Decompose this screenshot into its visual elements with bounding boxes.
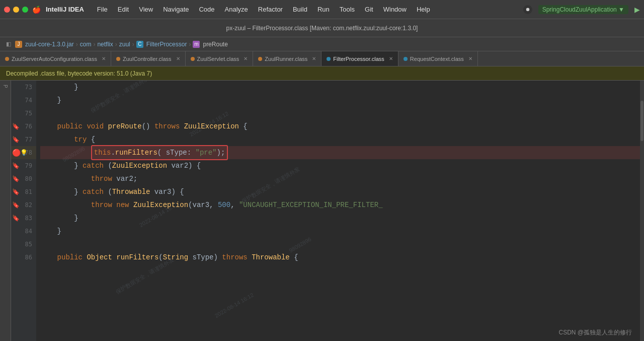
tabs-bar: ZuulServerAutoConfiguration.class ✕ Zuul… bbox=[0, 51, 644, 66]
breadcrumb-zuul[interactable]: zuul bbox=[119, 41, 130, 48]
record-icon[interactable]: ⏺ bbox=[523, 5, 532, 14]
line-79: 🔖 79 bbox=[11, 159, 36, 172]
menu-code[interactable]: Code bbox=[194, 4, 219, 15]
line-73: 73 bbox=[11, 81, 36, 94]
line-86: 86 bbox=[11, 251, 36, 264]
tab-dot-icon bbox=[404, 57, 408, 61]
maximize-button[interactable] bbox=[22, 7, 28, 13]
line-75: 75 bbox=[11, 107, 36, 120]
tab-close-icon[interactable]: ✕ bbox=[102, 56, 106, 61]
tab-close-icon[interactable]: ✕ bbox=[244, 56, 248, 61]
tab-zuulservlet[interactable]: ZuulServlet.class ✕ bbox=[186, 51, 254, 66]
tab-label: ZuulRunner.class bbox=[265, 56, 307, 62]
tab-label: FilterProcessor.class bbox=[333, 56, 384, 62]
line-85: 85 bbox=[11, 238, 36, 251]
menu-build[interactable]: Build bbox=[288, 4, 312, 15]
tab-dot-icon bbox=[191, 57, 195, 61]
line-83: 🔖 83 bbox=[11, 212, 36, 225]
menu-run[interactable]: Run bbox=[312, 4, 335, 15]
project-icon: ◧ bbox=[6, 41, 11, 47]
breadcrumb: ◧ J zuul-core-1.3.0.jar › com › netflix … bbox=[0, 37, 644, 51]
menu-git[interactable]: Git bbox=[360, 4, 378, 15]
tab-zuulrunner[interactable]: ZuulRunner.class ✕ bbox=[253, 51, 321, 66]
left-sidebar: P bbox=[0, 81, 11, 341]
line-84: 84 bbox=[11, 225, 36, 238]
run-config-dropdown[interactable]: SpringCloudZuulApplication ▼ bbox=[538, 5, 628, 14]
editor: P 73 74 75 🔖 76 🔖 77 🔴 💡 78 🔖 79 🔖 80 bbox=[0, 81, 644, 341]
code-line-77: try { bbox=[40, 133, 640, 146]
project-sidebar-icon[interactable]: P bbox=[3, 85, 8, 88]
code-line-82: throw new ZuulException(var3, 500, "UNCA… bbox=[40, 198, 640, 212]
run-button[interactable]: ▶ bbox=[634, 6, 640, 14]
breadcrumb-jar[interactable]: zuul-core-1.3.0.jar bbox=[25, 41, 74, 48]
tab-label: ZuulServlet.class bbox=[197, 56, 239, 62]
code-line-81: } catch (Throwable var3) { bbox=[40, 185, 640, 198]
code-line-76: public void preRoute() throws ZuulExcept… bbox=[40, 120, 640, 133]
breadcrumb-netflix[interactable]: netflix bbox=[97, 41, 113, 48]
warning-icon: 💡 bbox=[20, 149, 28, 156]
code-line-78: this.runFilters( sType: "pre"); bbox=[40, 146, 640, 159]
bookmark-icon: 🔖 bbox=[12, 123, 20, 130]
bookmark-icon: 🔖 bbox=[12, 175, 20, 182]
breadcrumb-class[interactable]: FilterProcessor bbox=[146, 41, 187, 48]
line-gutter: 73 74 75 🔖 76 🔖 77 🔴 💡 78 🔖 79 🔖 80 🔖 bbox=[11, 81, 36, 341]
scrollbar-thumb[interactable] bbox=[640, 101, 643, 141]
code-line-85 bbox=[40, 238, 640, 251]
code-lines: } } public void preRoute() throws ZuulEx… bbox=[40, 81, 640, 264]
apple-icon[interactable]: 🍎 bbox=[32, 6, 41, 14]
minimize-button[interactable] bbox=[13, 7, 19, 13]
bookmark-icon: 🔖 bbox=[12, 162, 20, 169]
tab-close-icon[interactable]: ✕ bbox=[312, 56, 316, 61]
line-77: 🔖 77 bbox=[11, 133, 36, 146]
tab-close-icon[interactable]: ✕ bbox=[176, 56, 180, 61]
menu-tools[interactable]: Tools bbox=[335, 4, 360, 15]
tab-label: ZuulServerAutoConfiguration.class bbox=[12, 56, 97, 62]
line-76: 🔖 76 bbox=[11, 120, 36, 133]
notification-text: Decompiled .class file, bytecode version… bbox=[6, 70, 152, 77]
code-line-79: } catch (ZuulException var2) { bbox=[40, 159, 640, 172]
line-78: 🔴 💡 78 bbox=[11, 146, 36, 159]
code-line-74: } bbox=[40, 94, 640, 107]
menu-help[interactable]: Help bbox=[412, 4, 435, 15]
tab-dot-icon bbox=[5, 57, 9, 61]
close-button[interactable] bbox=[4, 7, 10, 13]
code-line-84: } bbox=[40, 225, 640, 238]
titlebar: px-zuul – FilterProcessor.class [Maven: … bbox=[0, 19, 644, 37]
code-line-75 bbox=[40, 107, 640, 120]
csdn-attribution: CSDN @孤独是人生的修行 bbox=[558, 328, 632, 337]
debug-breakpoint-icon[interactable]: 🔴 bbox=[12, 149, 21, 157]
tab-label: RequestContext.class bbox=[410, 56, 464, 62]
bookmark-icon: 🔖 bbox=[12, 136, 20, 143]
code-line-80: throw var2; bbox=[40, 172, 640, 185]
code-line-73: } bbox=[40, 81, 640, 94]
highlighted-expression: this.runFilters( sType: "pre"); bbox=[91, 145, 228, 160]
bookmark-icon: 🔖 bbox=[12, 201, 20, 209]
notification-bar: Decompiled .class file, bytecode version… bbox=[0, 66, 644, 81]
vertical-scrollbar[interactable] bbox=[640, 81, 644, 341]
tab-requestcontext[interactable]: RequestContext.class ✕ bbox=[398, 51, 478, 66]
menu-refactor[interactable]: Refactor bbox=[253, 4, 288, 15]
method-icon: m bbox=[193, 41, 200, 48]
breadcrumb-method[interactable]: preRoute bbox=[203, 41, 227, 48]
line-82: 🔖 82 bbox=[11, 198, 36, 212]
tab-zuulcontroller[interactable]: ZuulController.class ✕ bbox=[111, 51, 186, 66]
menu-edit[interactable]: Edit bbox=[113, 4, 134, 15]
tab-close-icon[interactable]: ✕ bbox=[468, 56, 472, 61]
tab-zuulserver[interactable]: ZuulServerAutoConfiguration.class ✕ bbox=[0, 51, 111, 66]
menubar-right: ⏺ SpringCloudZuulApplication ▼ ▶ bbox=[523, 5, 640, 14]
tab-dot-icon bbox=[327, 57, 331, 61]
breadcrumb-com[interactable]: com bbox=[80, 41, 92, 48]
traffic-lights bbox=[4, 7, 32, 13]
window-title: px-zuul – FilterProcessor.class [Maven: … bbox=[226, 25, 418, 32]
bookmark-icon: 🔖 bbox=[12, 188, 20, 195]
tab-dot-icon bbox=[258, 57, 262, 61]
tab-filterprocessor[interactable]: FilterProcessor.class ✕ bbox=[321, 51, 398, 66]
code-area[interactable]: 保护数据安全，请谨慎外发 2022-08-14 16:12 98092896 保… bbox=[36, 81, 640, 341]
menu-view[interactable]: View bbox=[134, 4, 158, 15]
tab-dot-icon bbox=[116, 57, 120, 61]
menu-analyze[interactable]: Analyze bbox=[220, 4, 253, 15]
tab-close-icon[interactable]: ✕ bbox=[389, 56, 393, 61]
menu-navigate[interactable]: Navigate bbox=[158, 4, 194, 15]
menu-window[interactable]: Window bbox=[378, 4, 412, 15]
menu-file[interactable]: File bbox=[92, 4, 113, 15]
